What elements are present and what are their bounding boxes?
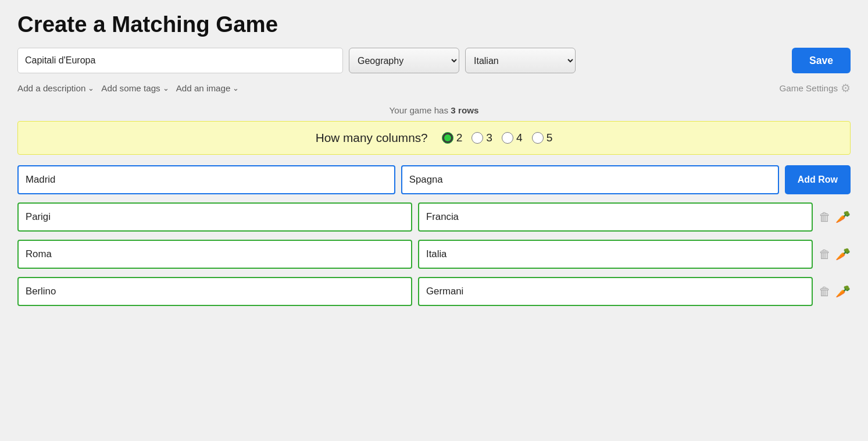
columns-option-4[interactable]: 4	[502, 131, 523, 144]
add-image-label: Add an image	[176, 83, 231, 93]
row-3-col2-input[interactable]	[418, 240, 813, 269]
trash-icon: 🗑	[819, 210, 831, 223]
columns-label-3: 3	[486, 131, 492, 144]
row-4-col1-input[interactable]	[17, 277, 412, 306]
add-row-button[interactable]: Add Row	[785, 165, 851, 194]
columns-radio-group: 2 3 4 5	[442, 131, 553, 144]
row-3-col1-input[interactable]	[17, 240, 412, 269]
add-tags-button[interactable]: Add some tags ⌄	[101, 83, 176, 93]
row-3-actions: 🗑 🥕	[819, 247, 851, 261]
row-2-col2-input[interactable]	[418, 202, 813, 232]
columns-prompt: How many columns?	[316, 131, 428, 145]
game-rows: Add Row 🗑 🥕 🗑 🥕	[17, 165, 851, 314]
table-row: 🗑 🥕	[17, 277, 851, 306]
row-1-col2-input[interactable]	[401, 165, 779, 194]
table-row: 🗑 🥕	[17, 240, 851, 269]
title-input[interactable]	[17, 48, 343, 73]
columns-radio-5[interactable]	[532, 132, 544, 144]
page-title: Create a Matching Game	[17, 12, 851, 37]
add-image-button[interactable]: Add an image ⌄	[176, 83, 247, 93]
category-select[interactable]: Geography Science Math History Language …	[349, 48, 459, 73]
columns-label-4: 4	[516, 131, 523, 144]
row-2-actions: 🗑 🥕	[819, 210, 851, 224]
carrot-icon: 🥕	[835, 284, 851, 298]
description-chevron-icon: ⌄	[88, 84, 94, 93]
gear-icon: ⚙	[841, 81, 851, 95]
game-settings-button[interactable]: Game Settings ⚙	[780, 81, 851, 95]
row-4-hint-button[interactable]: 🥕	[835, 284, 851, 298]
carrot-icon: 🥕	[835, 210, 851, 223]
columns-option-3[interactable]: 3	[471, 131, 492, 144]
add-tags-label: Add some tags	[101, 83, 160, 93]
columns-label-2: 2	[456, 131, 463, 144]
columns-radio-3[interactable]	[471, 132, 483, 144]
columns-bar: How many columns? 2 3 4 5	[17, 121, 851, 155]
columns-radio-2[interactable]	[442, 132, 453, 144]
row-4-actions: 🗑 🥕	[819, 284, 851, 298]
language-select[interactable]: Italian English Spanish French German	[465, 48, 576, 73]
columns-option-5[interactable]: 5	[532, 131, 553, 144]
carrot-icon: 🥕	[835, 247, 851, 261]
game-settings-label: Game Settings	[780, 83, 838, 93]
add-description-label: Add a description	[17, 83, 85, 93]
table-row: 🗑 🥕	[17, 202, 851, 232]
trash-icon: 🗑	[819, 247, 831, 261]
save-button[interactable]: Save	[792, 48, 851, 73]
trash-icon: 🗑	[819, 284, 831, 298]
row-2-hint-button[interactable]: 🥕	[835, 210, 851, 224]
image-chevron-icon: ⌄	[233, 84, 239, 93]
row-2-delete-button[interactable]: 🗑	[819, 210, 831, 224]
row-1-col1-input[interactable]	[17, 165, 395, 194]
row-3-delete-button[interactable]: 🗑	[819, 247, 831, 261]
row-4-col2-input[interactable]	[418, 277, 813, 306]
columns-radio-4[interactable]	[502, 132, 513, 144]
top-bar: Geography Science Math History Language …	[17, 48, 851, 73]
row-4-delete-button[interactable]: 🗑	[819, 284, 831, 298]
row-count-text: Your game has 3 rows	[17, 105, 851, 115]
add-description-button[interactable]: Add a description ⌄	[17, 83, 101, 93]
rows-count-value: 3 rows	[451, 105, 478, 115]
row-3-hint-button[interactable]: 🥕	[835, 247, 851, 261]
row-2-col1-input[interactable]	[17, 202, 412, 232]
columns-option-2[interactable]: 2	[442, 131, 463, 144]
meta-bar: Add a description ⌄ Add some tags ⌄ Add …	[17, 81, 851, 95]
table-row: Add Row	[17, 165, 851, 194]
tags-chevron-icon: ⌄	[163, 84, 169, 93]
columns-label-5: 5	[546, 131, 553, 144]
